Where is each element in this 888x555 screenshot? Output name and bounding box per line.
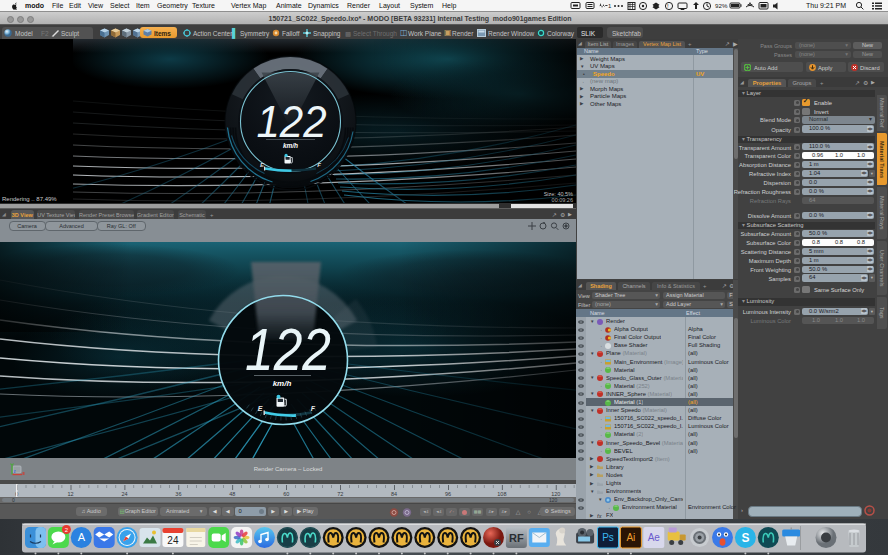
svg-text:Ps: Ps bbox=[602, 532, 614, 543]
svg-text:Ai: Ai bbox=[626, 532, 635, 543]
svg-text:122: 122 bbox=[245, 316, 331, 383]
svg-text:48: 48 bbox=[229, 491, 235, 497]
svg-text:108: 108 bbox=[497, 491, 506, 497]
svg-text:F: F bbox=[317, 162, 321, 168]
svg-text:24: 24 bbox=[121, 491, 127, 497]
svg-text:92%: 92% bbox=[715, 2, 728, 9]
svg-text:km/h: km/h bbox=[283, 142, 298, 149]
svg-text:!: ! bbox=[667, 3, 669, 9]
svg-text:RF: RF bbox=[509, 532, 524, 544]
svg-text:S: S bbox=[741, 531, 749, 545]
svg-text:60: 60 bbox=[283, 491, 289, 497]
svg-text:122: 122 bbox=[257, 96, 327, 147]
svg-text:1: 1 bbox=[608, 3, 612, 9]
svg-text:Rendering .. 87.49%: Rendering .. 87.49% bbox=[2, 196, 57, 202]
svg-text:36: 36 bbox=[175, 491, 181, 497]
svg-text:00:09:26: 00:09:26 bbox=[552, 197, 573, 203]
svg-text:72: 72 bbox=[337, 491, 343, 497]
svg-text:96: 96 bbox=[445, 491, 451, 497]
svg-text:84: 84 bbox=[391, 491, 397, 497]
svg-text:24: 24 bbox=[167, 535, 179, 546]
svg-text:km/h: km/h bbox=[273, 379, 292, 388]
svg-text:12: 12 bbox=[68, 491, 74, 497]
svg-text:E: E bbox=[258, 405, 263, 412]
svg-text:A: A bbox=[78, 531, 86, 543]
svg-text:Ae: Ae bbox=[648, 532, 661, 543]
svg-text:F: F bbox=[311, 405, 316, 412]
svg-text:fx: fx bbox=[597, 513, 602, 519]
